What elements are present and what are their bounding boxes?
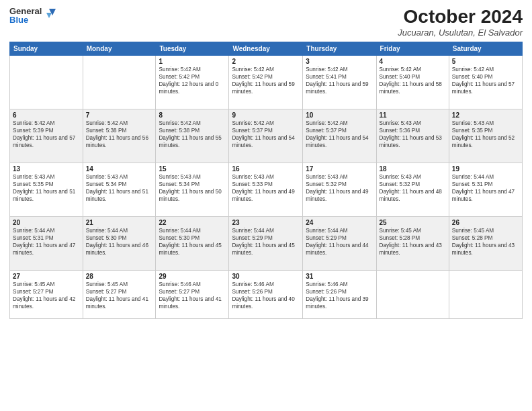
day-number: 7 bbox=[86, 111, 153, 119]
daylight-text: Daylight: 12 hours and 0 minutes. bbox=[159, 81, 226, 95]
calendar-cell: 19Sunrise: 5:44 AMSunset: 5:31 PMDayligh… bbox=[449, 163, 522, 216]
calendar-header-row: SundayMondayTuesdayWednesdayThursdayFrid… bbox=[10, 42, 523, 55]
header: General Blue October 2024 Jucuaran, Usul… bbox=[9, 7, 523, 38]
sunrise-text: Sunrise: 5:43 AM bbox=[86, 173, 153, 181]
daylight-text: Daylight: 11 hours and 59 minutes. bbox=[306, 81, 373, 95]
calendar-cell: 11Sunrise: 5:43 AMSunset: 5:36 PMDayligh… bbox=[376, 109, 449, 163]
daylight-text: Daylight: 11 hours and 51 minutes. bbox=[13, 188, 80, 203]
sunset-text: Sunset: 5:34 PM bbox=[86, 181, 153, 188]
day-info: Sunrise: 5:42 AMSunset: 5:40 PMDaylight:… bbox=[380, 66, 446, 95]
day-info: Sunrise: 5:42 AMSunset: 5:37 PMDaylight:… bbox=[306, 120, 373, 149]
sunrise-text: Sunrise: 5:42 AM bbox=[232, 120, 300, 127]
sunset-text: Sunset: 5:32 PM bbox=[380, 181, 446, 188]
daylight-text: Daylight: 11 hours and 44 minutes. bbox=[306, 242, 373, 257]
sunrise-text: Sunrise: 5:42 AM bbox=[232, 66, 300, 73]
day-number: 29 bbox=[159, 273, 226, 280]
sunrise-text: Sunrise: 5:44 AM bbox=[86, 227, 153, 234]
day-number: 16 bbox=[232, 165, 300, 173]
day-info: Sunrise: 5:42 AMSunset: 5:38 PMDaylight:… bbox=[86, 120, 153, 149]
day-number: 11 bbox=[380, 111, 446, 119]
page: General Blue October 2024 Jucuaran, Usul… bbox=[0, 0, 532, 411]
day-info: Sunrise: 5:42 AMSunset: 5:42 PMDaylight:… bbox=[232, 66, 300, 95]
sunrise-text: Sunrise: 5:43 AM bbox=[159, 173, 226, 181]
day-info: Sunrise: 5:42 AMSunset: 5:42 PMDaylight:… bbox=[159, 66, 226, 95]
sunrise-text: Sunrise: 5:43 AM bbox=[13, 173, 80, 181]
sunset-text: Sunset: 5:28 PM bbox=[452, 234, 519, 242]
calendar-week-row: 13Sunrise: 5:43 AMSunset: 5:35 PMDayligh… bbox=[10, 163, 523, 216]
col-header-tuesday: Tuesday bbox=[156, 42, 229, 55]
day-info: Sunrise: 5:43 AMSunset: 5:34 PMDaylight:… bbox=[159, 173, 226, 203]
logo-icon bbox=[44, 6, 58, 21]
sunrise-text: Sunrise: 5:46 AM bbox=[159, 281, 226, 288]
daylight-text: Daylight: 11 hours and 41 minutes. bbox=[86, 295, 153, 310]
calendar-cell: 28Sunrise: 5:45 AMSunset: 5:27 PMDayligh… bbox=[83, 270, 156, 318]
daylight-text: Daylight: 11 hours and 57 minutes. bbox=[13, 134, 80, 149]
sunset-text: Sunset: 5:40 PM bbox=[452, 73, 519, 81]
sunset-text: Sunset: 5:26 PM bbox=[232, 288, 300, 295]
day-info: Sunrise: 5:45 AMSunset: 5:27 PMDaylight:… bbox=[86, 281, 153, 310]
day-info: Sunrise: 5:46 AMSunset: 5:27 PMDaylight:… bbox=[159, 281, 226, 310]
daylight-text: Daylight: 11 hours and 53 minutes. bbox=[380, 134, 446, 149]
sunset-text: Sunset: 5:37 PM bbox=[232, 127, 300, 134]
sunrise-text: Sunrise: 5:44 AM bbox=[232, 227, 300, 234]
sunset-text: Sunset: 5:34 PM bbox=[159, 181, 226, 188]
sunset-text: Sunset: 5:40 PM bbox=[380, 73, 446, 81]
logo-blue: Blue bbox=[9, 15, 42, 24]
daylight-text: Daylight: 11 hours and 49 minutes. bbox=[306, 188, 373, 203]
sunset-text: Sunset: 5:42 PM bbox=[232, 73, 300, 81]
day-number: 13 bbox=[13, 165, 80, 173]
sunset-text: Sunset: 5:36 PM bbox=[380, 127, 446, 134]
daylight-text: Daylight: 11 hours and 42 minutes. bbox=[13, 295, 80, 310]
calendar-cell: 7Sunrise: 5:42 AMSunset: 5:38 PMDaylight… bbox=[83, 109, 156, 163]
daylight-text: Daylight: 11 hours and 47 minutes. bbox=[13, 242, 80, 257]
daylight-text: Daylight: 11 hours and 46 minutes. bbox=[86, 242, 153, 257]
sunrise-text: Sunrise: 5:43 AM bbox=[306, 173, 373, 181]
daylight-text: Daylight: 11 hours and 59 minutes. bbox=[232, 81, 300, 95]
daylight-text: Daylight: 11 hours and 41 minutes. bbox=[159, 295, 226, 310]
calendar-cell: 4Sunrise: 5:42 AMSunset: 5:40 PMDaylight… bbox=[376, 55, 449, 109]
day-info: Sunrise: 5:43 AMSunset: 5:35 PMDaylight:… bbox=[13, 173, 80, 203]
day-number: 22 bbox=[159, 219, 226, 226]
calendar-cell: 5Sunrise: 5:42 AMSunset: 5:40 PMDaylight… bbox=[449, 55, 522, 109]
sunset-text: Sunset: 5:28 PM bbox=[380, 234, 446, 242]
day-number: 20 bbox=[13, 219, 80, 226]
calendar-cell: 1Sunrise: 5:42 AMSunset: 5:42 PMDaylight… bbox=[156, 55, 229, 109]
day-number: 25 bbox=[380, 219, 446, 226]
calendar-week-row: 6Sunrise: 5:42 AMSunset: 5:39 PMDaylight… bbox=[10, 109, 523, 163]
sunrise-text: Sunrise: 5:42 AM bbox=[452, 66, 519, 73]
sunrise-text: Sunrise: 5:46 AM bbox=[232, 281, 300, 288]
day-info: Sunrise: 5:44 AMSunset: 5:31 PMDaylight:… bbox=[452, 173, 519, 203]
svg-marker-1 bbox=[46, 13, 52, 18]
day-number: 14 bbox=[86, 165, 153, 173]
sunrise-text: Sunrise: 5:42 AM bbox=[306, 120, 373, 127]
daylight-text: Daylight: 11 hours and 57 minutes. bbox=[452, 81, 519, 95]
sunset-text: Sunset: 5:38 PM bbox=[86, 127, 153, 134]
sunrise-text: Sunrise: 5:43 AM bbox=[232, 173, 300, 181]
title-block: October 2024 Jucuaran, Usulutan, El Salv… bbox=[398, 7, 523, 38]
calendar-cell: 29Sunrise: 5:46 AMSunset: 5:27 PMDayligh… bbox=[156, 270, 229, 318]
day-number: 31 bbox=[306, 273, 373, 280]
day-info: Sunrise: 5:42 AMSunset: 5:37 PMDaylight:… bbox=[232, 120, 300, 149]
day-info: Sunrise: 5:42 AMSunset: 5:39 PMDaylight:… bbox=[13, 120, 80, 149]
sunset-text: Sunset: 5:38 PM bbox=[159, 127, 226, 134]
day-number: 30 bbox=[232, 273, 300, 280]
sunset-text: Sunset: 5:35 PM bbox=[452, 127, 519, 134]
calendar-cell: 25Sunrise: 5:45 AMSunset: 5:28 PMDayligh… bbox=[376, 216, 449, 270]
sunset-text: Sunset: 5:31 PM bbox=[452, 181, 519, 188]
month-title: October 2024 bbox=[398, 7, 523, 28]
day-info: Sunrise: 5:44 AMSunset: 5:30 PMDaylight:… bbox=[159, 227, 226, 257]
day-number: 10 bbox=[306, 111, 373, 119]
day-info: Sunrise: 5:46 AMSunset: 5:26 PMDaylight:… bbox=[306, 281, 373, 310]
daylight-text: Daylight: 11 hours and 54 minutes. bbox=[306, 134, 373, 149]
day-info: Sunrise: 5:44 AMSunset: 5:29 PMDaylight:… bbox=[306, 227, 373, 257]
sunset-text: Sunset: 5:39 PM bbox=[13, 127, 80, 134]
day-number: 8 bbox=[159, 111, 226, 119]
day-info: Sunrise: 5:42 AMSunset: 5:38 PMDaylight:… bbox=[159, 120, 226, 149]
sunrise-text: Sunrise: 5:45 AM bbox=[452, 227, 519, 234]
sunrise-text: Sunrise: 5:42 AM bbox=[86, 120, 153, 127]
day-info: Sunrise: 5:42 AMSunset: 5:40 PMDaylight:… bbox=[452, 66, 519, 95]
day-number: 15 bbox=[159, 165, 226, 173]
sunset-text: Sunset: 5:33 PM bbox=[232, 181, 300, 188]
sunset-text: Sunset: 5:29 PM bbox=[306, 234, 373, 242]
sunset-text: Sunset: 5:37 PM bbox=[306, 127, 373, 134]
